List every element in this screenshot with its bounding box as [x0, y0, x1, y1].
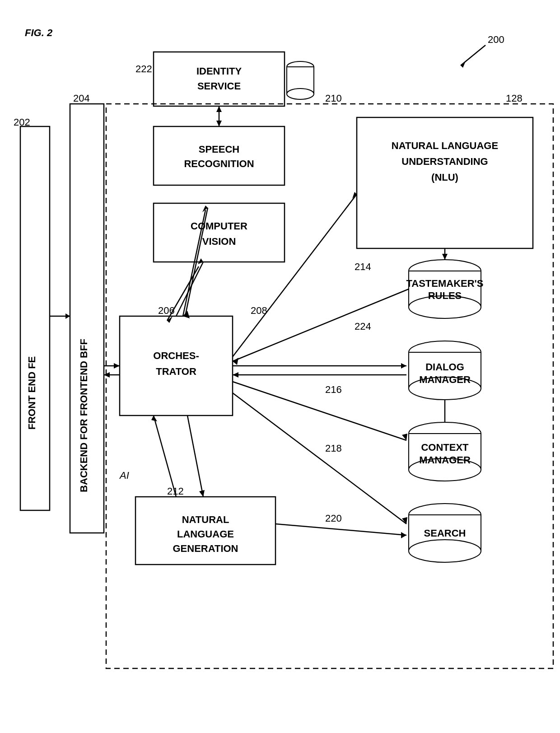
tastemakers-label2: RULES [428, 290, 462, 301]
dialog-manager-label: DIALOG [425, 361, 464, 373]
identity-service-label: IDENTITY [196, 65, 242, 77]
nlu-label2: UNDERSTANDING [401, 156, 488, 167]
orchestrator-number: 206 [158, 305, 175, 316]
bff-label: BACKEND FOR FRONTEND BFF [78, 339, 89, 492]
computer-vision-label: COMPUTER [191, 220, 247, 232]
svg-line-21 [176, 262, 203, 316]
svg-marker-34 [401, 363, 406, 369]
svg-marker-65 [233, 358, 238, 365]
svg-line-58 [154, 416, 176, 497]
nlg-label2: LANGUAGE [177, 528, 234, 540]
frontend-label: FRONT END FE [26, 356, 37, 430]
num-210: 210 [325, 93, 342, 104]
nlu-label1: NATURAL LANGUAGE [392, 140, 498, 151]
svg-line-0 [461, 45, 485, 65]
svg-marker-61 [199, 490, 205, 497]
bff-number: 204 [73, 93, 90, 104]
computer-vision-label2: VISION [202, 236, 236, 247]
frontend-box [20, 126, 50, 510]
dialog-manager-label2: MANAGER [419, 374, 471, 385]
svg-line-62 [275, 524, 406, 535]
svg-line-44 [233, 382, 406, 440]
identity-number: 222 [135, 63, 152, 75]
computer-vision-box [154, 203, 285, 262]
context-manager-label: CONTEXT [421, 442, 469, 453]
nlu-box [357, 117, 533, 248]
speech-recognition-label2: RECOGNITION [184, 158, 254, 169]
speech-recognition-label: SPEECH [199, 144, 239, 155]
ai-label: AI [119, 470, 129, 481]
num-216: 216 [325, 384, 342, 395]
diagram-container: FIG. 2 200 FRONT END FE 202 BACKEND FOR … [0, 0, 560, 733]
fig-title: FIG. 2 [25, 27, 53, 38]
svg-marker-10 [216, 106, 222, 112]
svg-marker-11 [216, 121, 222, 126]
figure-number: 200 [488, 34, 504, 45]
identity-service-label2: SERVICE [197, 80, 241, 92]
orchestrator-label2: TRATOR [156, 366, 196, 377]
speech-recognition-box [154, 126, 285, 185]
orchestrator-label: ORCHES- [153, 350, 199, 361]
svg-marker-63 [401, 532, 406, 538]
svg-point-6 [287, 89, 314, 99]
fe-number: 202 [14, 117, 30, 128]
svg-marker-36 [233, 372, 238, 378]
tastemakers-label: TASTEMAKER'S [406, 278, 483, 289]
svg-marker-32 [442, 254, 448, 260]
svg-marker-20 [104, 372, 110, 378]
num-128: 128 [506, 93, 523, 104]
nlg-label3: GENERATION [173, 543, 238, 554]
svg-marker-18 [114, 363, 120, 369]
search-label: SEARCH [424, 528, 466, 539]
svg-line-64 [233, 289, 409, 361]
num-220: 220 [325, 513, 342, 524]
num-218: 218 [325, 443, 342, 454]
num-224: 224 [355, 321, 371, 332]
nlg-label1: NATURAL [182, 514, 229, 525]
svg-line-60 [187, 416, 203, 497]
context-manager-label2: MANAGER [419, 454, 471, 466]
tastemakers-number: 214 [355, 261, 371, 272]
nlu-label3: (NLU) [431, 172, 458, 183]
svg-marker-3 [65, 313, 70, 319]
svg-point-55 [409, 540, 481, 562]
identity-service-box [154, 52, 285, 106]
